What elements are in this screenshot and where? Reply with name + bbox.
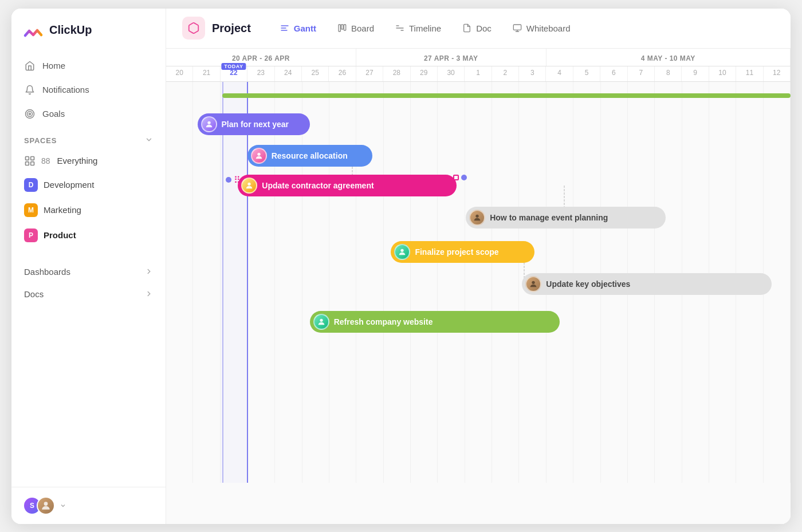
timeline-progress-bar <box>222 93 791 98</box>
col-25 <box>302 82 329 483</box>
header-tabs: Gantt Board Timeline <box>269 18 581 38</box>
week-label-2: 4 MAY - 10 MAY <box>547 49 791 66</box>
day-11: 11 <box>736 66 763 81</box>
day-21: 21 <box>193 66 220 81</box>
col-2 <box>492 82 519 483</box>
task-contractor-agreement[interactable]: Update contractor agreement <box>238 175 457 196</box>
gantt-tab-icon <box>280 23 290 33</box>
day-20: 20 <box>166 66 193 81</box>
tab-gantt-label: Gantt <box>294 23 316 33</box>
tab-whiteboard-label: Whiteboard <box>526 23 571 33</box>
day-9: 9 <box>682 66 709 81</box>
sidebar-item-marketing[interactable]: M Marketing <box>17 198 160 222</box>
task-project-scope[interactable]: Finalize project scope <box>391 241 534 263</box>
svg-point-23 <box>476 214 479 217</box>
tab-board[interactable]: Board <box>327 18 384 38</box>
day-28: 28 <box>383 66 410 81</box>
week-label-0: 20 APR - 26 APR <box>166 49 356 66</box>
gantt-area: 20 APR - 26 APR 27 APR - 3 MAY 4 MAY - 1… <box>166 49 791 524</box>
svg-point-22 <box>248 182 251 185</box>
task-avatar-scope <box>394 244 410 260</box>
svg-point-20 <box>207 121 210 124</box>
sidebar-item-development[interactable]: D Development <box>17 173 160 197</box>
day-24: 24 <box>275 66 302 81</box>
task-company-website[interactable]: Refresh company website <box>310 311 560 333</box>
sidebar-item-goals-label: Goals <box>42 109 65 119</box>
doc-tab-icon <box>462 23 472 33</box>
day-6: 6 <box>600 66 627 81</box>
docs-label: Docs <box>24 289 44 299</box>
task-event-label: How to manage event planning <box>490 213 608 222</box>
app-container: ClickUp Home Notifications Goals <box>11 9 791 524</box>
col-22-today <box>221 82 248 483</box>
col-1 <box>465 82 492 483</box>
col-27 <box>356 82 383 483</box>
task-resource-label: Resource allocation <box>272 151 348 160</box>
col-21 <box>193 82 220 483</box>
dashboards-expand-icon <box>145 267 153 275</box>
logo-area: ClickUp <box>11 20 166 54</box>
project-box-icon <box>187 22 200 34</box>
col-23 <box>248 82 275 483</box>
day-4: 4 <box>546 66 573 81</box>
svg-rect-12 <box>341 25 343 29</box>
everything-grid-icon <box>24 155 36 167</box>
task-plan-label: Plan for next year <box>222 120 289 129</box>
timeline-tab-icon <box>395 23 405 33</box>
svg-rect-6 <box>31 161 34 165</box>
task-resource-allocation[interactable]: Resource allocation <box>247 145 372 167</box>
tab-gantt[interactable]: Gantt <box>269 18 327 38</box>
tab-timeline-label: Timeline <box>409 23 441 33</box>
sidebar-item-dashboards[interactable]: Dashboards <box>17 261 160 282</box>
sidebar-item-home[interactable]: Home <box>17 54 160 77</box>
task-event-planning[interactable]: How to manage event planning <box>466 207 666 228</box>
day-22-today: TODAY 22 <box>221 66 247 81</box>
svg-rect-4 <box>31 156 34 160</box>
avatar-photo <box>37 496 55 515</box>
svg-point-21 <box>257 152 260 155</box>
board-tab-icon <box>337 23 347 33</box>
bell-icon <box>24 84 36 96</box>
sidebar-bottom-section: Dashboards Docs <box>11 257 166 309</box>
day-25: 25 <box>302 66 329 81</box>
project-icon-box <box>182 17 205 40</box>
col-28 <box>384 82 411 483</box>
sidebar-item-notifications[interactable]: Notifications <box>17 78 160 101</box>
sidebar-item-notifications-label: Notifications <box>42 85 89 94</box>
day-27: 27 <box>356 66 383 81</box>
task-avatar-resource <box>251 148 267 164</box>
dashboards-label: Dashboards <box>24 267 70 277</box>
task-avatar-plan <box>201 116 217 132</box>
tab-doc[interactable]: Doc <box>451 18 502 38</box>
svg-point-7 <box>44 502 48 506</box>
tab-whiteboard[interactable]: Whiteboard <box>502 18 581 38</box>
sidebar-item-product-label: Product <box>44 230 76 240</box>
product-badge: P <box>24 228 38 242</box>
sidebar-nav: Home Notifications Goals <box>11 54 166 125</box>
day-1: 1 <box>465 66 492 81</box>
project-title: Project <box>212 22 251 35</box>
task-avatar-objectives <box>525 276 541 292</box>
tab-timeline[interactable]: Timeline <box>384 18 451 38</box>
logo-text: ClickUp <box>49 23 92 37</box>
gantt-week-headers: 20 APR - 26 APR 27 APR - 3 MAY 4 MAY - 1… <box>166 49 791 66</box>
main-content: Project Gantt Board <box>166 9 791 524</box>
week-label-1: 27 APR - 3 MAY <box>356 49 547 66</box>
svg-rect-17 <box>513 25 521 30</box>
user-menu-chevron[interactable] <box>60 502 66 509</box>
task-key-objectives[interactable]: Update key objectives <box>522 273 772 295</box>
spaces-list: 88 Everything D Development M Marketing … <box>11 150 166 247</box>
sidebar: ClickUp Home Notifications Goals <box>11 9 166 524</box>
gantt-days-row: 20 21 TODAY 22 23 24 25 26 27 28 29 30 1… <box>166 66 791 82</box>
sidebar-item-everything[interactable]: 88 Everything <box>17 150 160 172</box>
spaces-collapse-icon[interactable] <box>145 136 153 145</box>
main-header: Project Gantt Board <box>166 9 791 49</box>
sidebar-item-docs[interactable]: Docs <box>17 283 160 305</box>
day-12: 12 <box>764 66 791 81</box>
sidebar-item-product[interactable]: P Product <box>17 223 160 247</box>
gantt-body[interactable]: Plan for next year Resource allocation ⠿ <box>166 82 791 524</box>
svg-rect-3 <box>26 156 29 160</box>
user-avatars[interactable]: S <box>23 496 55 515</box>
task-plan-next-year[interactable]: Plan for next year <box>198 113 310 135</box>
sidebar-item-goals[interactable]: Goals <box>17 103 160 125</box>
